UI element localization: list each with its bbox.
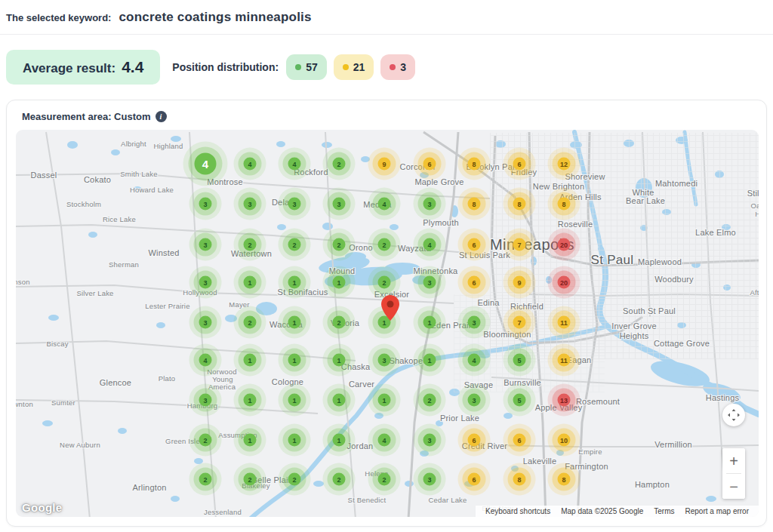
map-marker[interactable]: 2 xyxy=(244,473,257,486)
map-marker[interactable]: 3 xyxy=(333,198,346,211)
map-marker[interactable]: 11 xyxy=(558,354,571,367)
map-label: South St Paul xyxy=(623,306,676,315)
map-marker[interactable]: 6 xyxy=(468,473,481,486)
map-label: Inver Grove xyxy=(611,321,657,331)
map-marker[interactable]: 11 xyxy=(558,316,571,329)
map-label: Roseville xyxy=(558,220,593,229)
map-marker[interactable]: 5 xyxy=(513,354,526,367)
map-marker[interactable]: 6 xyxy=(468,434,481,447)
map-marker[interactable]: 2 xyxy=(423,394,436,407)
map-marker[interactable]: 4 xyxy=(378,434,391,447)
zoom-out-button[interactable]: − xyxy=(722,474,745,499)
map-marker[interactable]: 3 xyxy=(199,394,212,407)
map-marker[interactable]: 3 xyxy=(423,473,436,486)
map-label: Woodbury xyxy=(654,275,694,284)
map-marker[interactable]: 2 xyxy=(244,238,257,251)
map-marker[interactable]: 2 xyxy=(333,158,346,171)
map-marker[interactable]: 9 xyxy=(513,276,526,289)
map-marker[interactable]: 6 xyxy=(513,434,526,447)
map-marker[interactable]: 1 xyxy=(288,316,301,329)
map-marker[interactable]: 3 xyxy=(199,238,212,251)
map-marker[interactable]: 1 xyxy=(244,276,257,289)
map-marker[interactable]: 2 xyxy=(199,434,212,447)
map-marker[interactable]: 5 xyxy=(513,394,526,407)
location-pin[interactable] xyxy=(381,295,399,324)
map-marker[interactable]: 20 xyxy=(558,276,571,289)
map-marker[interactable]: 1 xyxy=(333,434,346,447)
map-label: Hutchinson xyxy=(16,278,30,286)
map-marker[interactable]: 6 xyxy=(468,238,481,251)
map-marker[interactable]: 7 xyxy=(513,316,526,329)
map-marker[interactable]: 2 xyxy=(333,473,346,486)
map-marker[interactable]: 3 xyxy=(288,198,301,211)
map-marker[interactable]: 3 xyxy=(423,276,436,289)
map-label: Afton xyxy=(750,288,759,297)
map-marker[interactable]: 1 xyxy=(244,354,257,367)
map-marker[interactable]: 8 xyxy=(558,198,571,211)
map-marker[interactable]: 2 xyxy=(199,473,212,486)
map-marker[interactable]: 2 xyxy=(378,473,391,486)
keyboard-shortcuts-link[interactable]: Keyboard shortcuts xyxy=(480,507,556,515)
map-marker[interactable]: 3 xyxy=(199,198,212,211)
map-label: Stillwater xyxy=(747,189,759,198)
map-marker[interactable]: 6 xyxy=(423,158,436,171)
map-marker[interactable]: 2 xyxy=(333,316,346,329)
map-marker[interactable]: 1 xyxy=(288,434,301,447)
map-marker[interactable]: 3 xyxy=(423,198,436,211)
terms-link[interactable]: Terms xyxy=(648,507,679,515)
map-marker[interactable]: 7 xyxy=(513,238,526,251)
map-marker[interactable]: 13 xyxy=(558,394,571,407)
map-marker[interactable]: 8 xyxy=(468,158,481,171)
map-marker[interactable]: 6 xyxy=(468,276,481,289)
map-canvas[interactable]: AlbrightHighlandDasselCokatoSmith LakeHo… xyxy=(16,130,759,517)
map-marker[interactable]: 2 xyxy=(378,238,391,251)
map-marker[interactable]: 10 xyxy=(558,434,571,447)
map-marker[interactable]: 6 xyxy=(513,158,526,171)
zoom-in-button[interactable]: + xyxy=(722,448,745,473)
map-marker[interactable]: 3 xyxy=(199,276,212,289)
map-marker[interactable]: 8 xyxy=(513,473,526,486)
map-marker[interactable]: 1 xyxy=(333,394,346,407)
map-label: Biscay xyxy=(46,340,68,348)
map-marker[interactable]: 3 xyxy=(199,316,212,329)
map-marker[interactable]: 2 xyxy=(378,276,391,289)
map-marker[interactable]: 4 xyxy=(199,354,212,367)
map-marker[interactable]: 1 xyxy=(288,276,301,289)
map-marker[interactable]: 4 xyxy=(244,158,257,171)
map-marker[interactable]: 8 xyxy=(468,198,481,211)
map-marker-selected[interactable]: 4 xyxy=(195,153,217,175)
map-marker[interactable]: 1 xyxy=(288,394,301,407)
map-marker[interactable]: 1 xyxy=(288,354,301,367)
report-map-error-link[interactable]: Report a map error xyxy=(680,507,754,515)
map-marker[interactable]: 1 xyxy=(378,394,391,407)
map-marker[interactable]: 1 xyxy=(333,354,346,367)
map-marker[interactable]: 3 xyxy=(468,394,481,407)
map-marker[interactable]: 2 xyxy=(333,238,346,251)
map-marker[interactable]: 4 xyxy=(378,198,391,211)
map-marker[interactable]: 2 xyxy=(288,473,301,486)
map-marker[interactable]: 20 xyxy=(558,238,571,251)
map-marker[interactable]: 3 xyxy=(244,198,257,211)
map-marker[interactable]: 2 xyxy=(288,238,301,251)
map-marker[interactable]: 12 xyxy=(558,158,571,171)
map-marker[interactable]: 1 xyxy=(333,276,346,289)
map-marker[interactable]: 4 xyxy=(288,158,301,171)
map-marker[interactable]: 9 xyxy=(378,158,391,171)
map-label: Cedar Lake xyxy=(428,496,467,504)
map-marker[interactable]: 3 xyxy=(468,316,481,329)
google-logo[interactable]: Google xyxy=(22,501,62,514)
map-marker[interactable]: 1 xyxy=(244,394,257,407)
map-marker[interactable]: 3 xyxy=(378,354,391,367)
map-marker[interactable]: 2 xyxy=(244,316,257,329)
map-marker[interactable]: 4 xyxy=(423,238,436,251)
info-icon[interactable]: i xyxy=(156,111,167,122)
map-marker[interactable]: 1 xyxy=(423,354,436,367)
map-marker[interactable]: 1 xyxy=(423,316,436,329)
map-marker[interactable]: 8 xyxy=(558,473,571,486)
measurement-area-row: Measurement area: Custom i xyxy=(16,109,757,130)
map-marker[interactable]: 8 xyxy=(513,198,526,211)
map-marker[interactable]: 3 xyxy=(423,434,436,447)
map-marker[interactable]: 1 xyxy=(244,434,257,447)
pan-control-button[interactable] xyxy=(722,404,745,426)
map-marker[interactable]: 4 xyxy=(468,354,481,367)
